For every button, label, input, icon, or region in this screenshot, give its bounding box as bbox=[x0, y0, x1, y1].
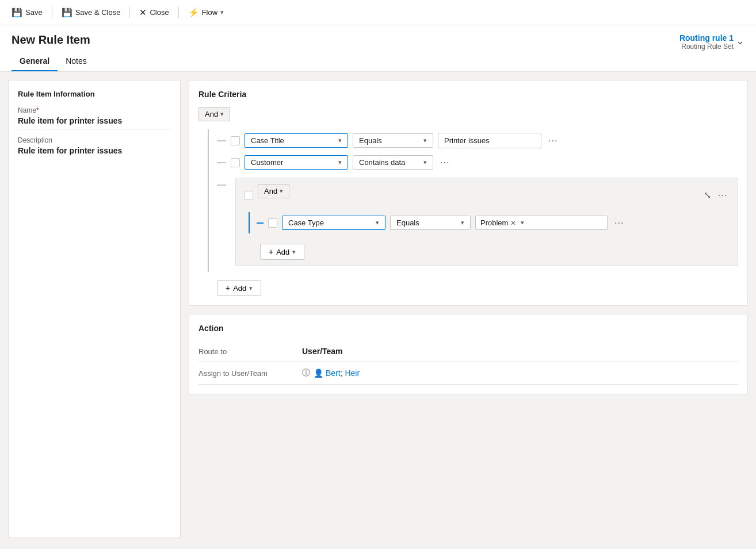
info-icon: ⓘ bbox=[302, 368, 310, 378]
routing-rule-sub: Routing Rule Set bbox=[679, 43, 734, 51]
nested-and-chevron-icon: ▾ bbox=[280, 187, 283, 195]
toolbar-separator-2 bbox=[129, 7, 130, 18]
nested-add-button[interactable]: + Add ▾ bbox=[260, 244, 304, 260]
criteria-panel: Rule Criteria And ▾ Case Title ▾ bbox=[189, 80, 748, 306]
case-type-dropdown[interactable]: Case Type ▾ bbox=[282, 216, 385, 230]
assign-label: Assign to User/Team bbox=[198, 369, 302, 378]
row-2-more-button[interactable]: ··· bbox=[438, 156, 452, 169]
tabs-bar: General Notes bbox=[0, 51, 756, 72]
header-chevron-icon: ⌄ bbox=[736, 34, 744, 47]
flow-button[interactable]: ⚡ Flow ▾ bbox=[184, 5, 228, 20]
criteria-vertical-line bbox=[208, 129, 209, 272]
nested-group: And ▾ ⤡ ··· bbox=[235, 178, 738, 266]
assign-value-link[interactable]: Bert; Heir bbox=[326, 368, 360, 378]
nested-add-plus-icon: + bbox=[269, 247, 273, 256]
tag-field-chevron-icon[interactable]: ▾ bbox=[521, 219, 524, 226]
problem-tag: Problem ✕ bbox=[480, 218, 516, 227]
flow-icon: ⚡ bbox=[188, 7, 199, 18]
add-button[interactable]: + Add ▾ bbox=[217, 280, 261, 296]
nested-group-checkbox[interactable] bbox=[244, 191, 253, 200]
contains-data-dropdown[interactable]: Contains data ▾ bbox=[353, 155, 433, 170]
case-type-checkbox[interactable] bbox=[268, 218, 277, 228]
add-label: Add bbox=[233, 284, 246, 293]
flow-label: Flow bbox=[202, 8, 217, 17]
save-icon: 💾 bbox=[12, 7, 22, 18]
nested-group-container: And ▾ ⤡ ··· bbox=[217, 173, 738, 266]
routing-rule-info: Routing rule 1 Routing Rule Set bbox=[679, 33, 734, 51]
nested-more-button[interactable]: ··· bbox=[716, 189, 730, 202]
nested-group-wrapper: And ▾ ⤡ ··· bbox=[217, 173, 738, 266]
equals-label-2: Equals bbox=[396, 218, 419, 227]
nested-and-button[interactable]: And ▾ bbox=[258, 184, 289, 198]
nested-rows-container: Case Type ▾ Equals ▾ bbox=[244, 212, 730, 233]
tab-notes[interactable]: Notes bbox=[58, 51, 95, 71]
nested-rows: Case Type ▾ Equals ▾ bbox=[257, 212, 730, 233]
criteria-row-2: Customer ▾ Contains data ▾ ··· bbox=[217, 152, 738, 173]
equals-dropdown-1[interactable]: Equals ▾ bbox=[353, 133, 433, 148]
name-value: Rule item for printer issues bbox=[18, 116, 171, 129]
add-chevron-icon: ▾ bbox=[249, 285, 253, 292]
case-title-dropdown[interactable]: Case Title ▾ bbox=[245, 133, 348, 148]
problem-tag-field: Problem ✕ ▾ bbox=[475, 216, 608, 230]
criteria-title: Rule Criteria bbox=[198, 90, 738, 99]
row-1-more-button[interactable]: ··· bbox=[546, 135, 560, 147]
route-to-row: Route to User/Team bbox=[198, 341, 738, 362]
description-label: Description bbox=[18, 136, 171, 144]
contains-data-label: Contains data bbox=[359, 158, 405, 167]
name-label: Name* bbox=[18, 106, 171, 114]
save-close-icon: 💾 bbox=[62, 7, 72, 18]
add-container: + Add ▾ bbox=[217, 274, 738, 296]
and-chevron-icon: ▾ bbox=[220, 110, 224, 118]
page-title: New Rule Item bbox=[12, 33, 90, 47]
toolbar-separator bbox=[52, 7, 52, 18]
nested-add-container: + Add ▾ bbox=[260, 238, 730, 260]
close-icon: ✕ bbox=[139, 7, 147, 18]
nested-h-connector bbox=[257, 222, 264, 224]
equals-chevron-1-icon: ▾ bbox=[423, 137, 427, 144]
contains-data-chevron-icon: ▾ bbox=[423, 159, 427, 166]
problem-tag-remove[interactable]: ✕ bbox=[510, 219, 516, 227]
h-connector-1 bbox=[217, 140, 226, 141]
collapse-button[interactable]: ⤡ bbox=[704, 190, 711, 201]
close-button[interactable]: ✕ Close bbox=[135, 5, 173, 20]
customer-label: Customer bbox=[251, 158, 283, 167]
page-header-right: Routing rule 1 Routing Rule Set ⌄ bbox=[679, 33, 744, 51]
nested-v-line bbox=[249, 212, 250, 233]
criteria-row-1: Case Title ▾ Equals ▾ Printer issues ··· bbox=[217, 129, 738, 152]
case-type-more-button[interactable]: ··· bbox=[612, 217, 626, 229]
criteria-rows: Case Title ▾ Equals ▾ Printer issues ··· bbox=[217, 129, 738, 272]
nested-add-label: Add bbox=[276, 248, 289, 256]
case-type-row: Case Type ▾ Equals ▾ bbox=[257, 212, 730, 233]
save-close-button[interactable]: 💾 Save & Close bbox=[57, 5, 125, 20]
rule-item-info-title: Rule Item Information bbox=[18, 90, 171, 98]
save-label: Save bbox=[25, 8, 43, 17]
nested-and-label: And bbox=[264, 187, 277, 195]
printer-issues-value: Printer issues bbox=[438, 133, 541, 148]
equals-dropdown-2[interactable]: Equals ▾ bbox=[390, 216, 471, 230]
row-2-checkbox[interactable] bbox=[231, 158, 240, 167]
row-1-checkbox[interactable] bbox=[231, 136, 240, 145]
save-button[interactable]: 💾 Save bbox=[7, 5, 47, 20]
case-type-label: Case Type bbox=[288, 218, 324, 227]
assign-row: Assign to User/Team ⓘ 👤 Bert; Heir bbox=[198, 362, 738, 385]
case-title-label: Case Title bbox=[251, 136, 284, 145]
and-button[interactable]: And ▾ bbox=[198, 107, 230, 121]
routing-rule-link[interactable]: Routing rule 1 bbox=[679, 33, 734, 43]
close-label: Close bbox=[150, 8, 169, 17]
and-label: And bbox=[205, 110, 218, 118]
tab-general[interactable]: General bbox=[12, 51, 58, 71]
action-title: Action bbox=[198, 324, 738, 333]
case-type-chevron-icon: ▾ bbox=[376, 219, 379, 226]
customer-dropdown[interactable]: Customer ▾ bbox=[245, 155, 348, 170]
criteria-rows-container: Case Title ▾ Equals ▾ Printer issues ··· bbox=[198, 129, 738, 272]
right-panels: Rule Criteria And ▾ Case Title ▾ bbox=[189, 80, 748, 538]
main-content: Rule Item Information Name* Rule item fo… bbox=[0, 72, 756, 546]
assign-value-container: ⓘ 👤 Bert; Heir bbox=[302, 368, 360, 378]
h-connector-2 bbox=[217, 162, 226, 163]
toolbar-separator-3 bbox=[178, 7, 179, 18]
action-panel: Action Route to User/Team Assign to User… bbox=[189, 314, 748, 394]
description-value: Rule item for printer issues bbox=[18, 146, 171, 159]
save-close-label: Save & Close bbox=[75, 8, 121, 17]
nested-add-chevron-icon: ▾ bbox=[292, 248, 296, 256]
customer-chevron-icon: ▾ bbox=[338, 159, 342, 166]
